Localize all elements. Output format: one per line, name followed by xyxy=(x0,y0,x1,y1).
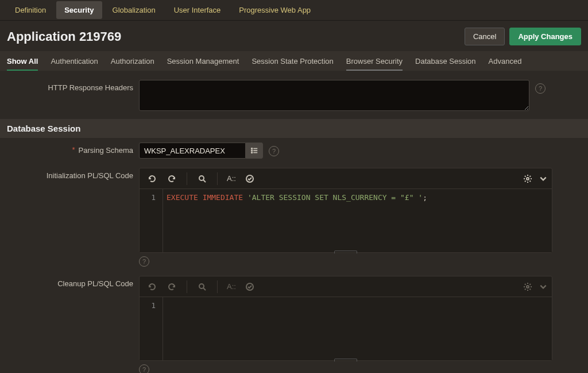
settings-chevron[interactable] xyxy=(539,171,547,187)
code-text[interactable] xyxy=(163,297,552,360)
subtab-authorization[interactable]: Authorization xyxy=(111,52,154,70)
svg-point-10 xyxy=(199,284,204,289)
subtab-show-all[interactable]: Show All xyxy=(7,52,38,70)
search-button[interactable] xyxy=(194,171,210,187)
chevron-down-icon xyxy=(539,174,547,183)
label-http-response-headers: HTTP Response Headers xyxy=(7,80,133,92)
subtab-session-management[interactable]: Session Management xyxy=(167,52,239,70)
help-icon[interactable]: ? xyxy=(139,364,149,373)
tab-security[interactable]: Security xyxy=(56,1,102,19)
code-area[interactable]: 1 xyxy=(140,297,552,360)
parsing-schema-lov-button[interactable] xyxy=(246,143,263,159)
cancel-button[interactable]: Cancel xyxy=(465,28,505,45)
list-icon xyxy=(250,147,258,155)
tab-definition[interactable]: Definition xyxy=(7,1,54,19)
subtab-browser-security[interactable]: Browser Security xyxy=(346,52,403,70)
undo-button[interactable] xyxy=(144,279,160,295)
svg-point-6 xyxy=(199,176,204,180)
resize-handle[interactable] xyxy=(334,359,357,362)
separator xyxy=(217,172,218,185)
check-circle-icon xyxy=(245,174,254,183)
undo-button[interactable] xyxy=(144,171,160,187)
subtab-advanced[interactable]: Advanced xyxy=(489,52,522,70)
tab-pwa[interactable]: Progressive Web App xyxy=(231,1,319,19)
row-http-response-headers: HTTP Response Headers ? xyxy=(0,75,588,116)
subtab-database-session[interactable]: Database Session xyxy=(415,52,476,70)
separator xyxy=(187,172,187,185)
validate-button[interactable] xyxy=(242,171,258,187)
label-parsing-schema: Parsing Schema xyxy=(7,143,133,155)
code-area[interactable]: 1 EXECUTE IMMEDIATE 'ALTER SESSION SET N… xyxy=(140,189,552,252)
apply-changes-button[interactable]: Apply Changes xyxy=(509,28,581,45)
settings-chevron[interactable] xyxy=(539,279,547,295)
top-tabs: Definition Security Globalization User I… xyxy=(0,0,588,21)
section-database-session: Database Session xyxy=(0,119,588,138)
check-circle-icon xyxy=(245,282,254,291)
text-size-button[interactable]: A:: xyxy=(225,174,238,183)
separator xyxy=(187,280,187,293)
gutter: 1 xyxy=(140,189,163,252)
svg-line-7 xyxy=(203,180,206,182)
help-icon[interactable]: ? xyxy=(535,83,546,94)
label-init-plsql: Initialization PL/SQL Code xyxy=(7,168,133,180)
redo-icon xyxy=(167,174,176,183)
tab-globalization[interactable]: Globalization xyxy=(105,1,164,19)
search-button[interactable] xyxy=(194,279,210,295)
svg-point-13 xyxy=(527,286,529,288)
svg-point-0 xyxy=(252,148,253,149)
redo-icon xyxy=(167,282,176,291)
row-init-plsql: Initialization PL/SQL Code A:: 1 xyxy=(0,163,588,271)
separator xyxy=(217,280,218,293)
editor-toolbar: A:: xyxy=(140,276,552,297)
search-icon xyxy=(198,282,207,291)
row-parsing-schema: Parsing Schema ? xyxy=(0,138,588,163)
sub-tabs: Show All Authentication Authorization Se… xyxy=(0,51,588,71)
gear-icon xyxy=(523,282,532,291)
settings-button[interactable] xyxy=(520,279,536,295)
gear-icon xyxy=(523,174,532,183)
init-code-editor[interactable]: A:: 1 EXECUTE IMMEDIATE 'ALTER SESSION S… xyxy=(139,168,552,253)
help-icon[interactable]: ? xyxy=(139,256,149,267)
http-response-headers-input[interactable] xyxy=(139,80,529,111)
header-buttons: Cancel Apply Changes xyxy=(465,28,581,45)
subtab-authentication[interactable]: Authentication xyxy=(51,52,98,70)
chevron-down-icon xyxy=(539,282,547,291)
form-area: HTTP Response Headers ? Database Session… xyxy=(0,71,588,373)
validate-button[interactable] xyxy=(242,279,258,295)
help-icon[interactable]: ? xyxy=(269,146,279,156)
subtab-session-state-protection[interactable]: Session State Protection xyxy=(252,52,333,70)
gutter: 1 xyxy=(140,297,163,360)
settings-button[interactable] xyxy=(520,171,536,187)
svg-point-4 xyxy=(252,152,253,153)
label-cleanup-plsql: Cleanup PL/SQL Code xyxy=(7,276,133,288)
editor-toolbar: A:: xyxy=(140,168,552,189)
svg-line-11 xyxy=(203,288,206,290)
parsing-schema-combo xyxy=(139,143,263,159)
cleanup-code-editor[interactable]: A:: 1 xyxy=(139,276,552,361)
parsing-schema-input[interactable] xyxy=(139,143,246,159)
svg-point-9 xyxy=(527,178,529,180)
page-header: Application 219769 Cancel Apply Changes xyxy=(0,21,588,51)
undo-icon xyxy=(148,174,157,183)
code-text[interactable]: EXECUTE IMMEDIATE 'ALTER SESSION SET NLS… xyxy=(163,189,552,252)
row-cleanup-plsql: Cleanup PL/SQL Code A:: 1 xyxy=(0,271,588,373)
redo-button[interactable] xyxy=(164,171,180,187)
page-title: Application 219769 xyxy=(7,29,121,44)
tab-user-interface[interactable]: User Interface xyxy=(166,1,229,19)
undo-icon xyxy=(148,282,157,291)
search-icon xyxy=(198,174,207,183)
resize-handle[interactable] xyxy=(334,251,357,253)
redo-button[interactable] xyxy=(164,279,180,295)
svg-point-2 xyxy=(252,150,253,151)
text-size-button[interactable]: A:: xyxy=(225,282,238,291)
